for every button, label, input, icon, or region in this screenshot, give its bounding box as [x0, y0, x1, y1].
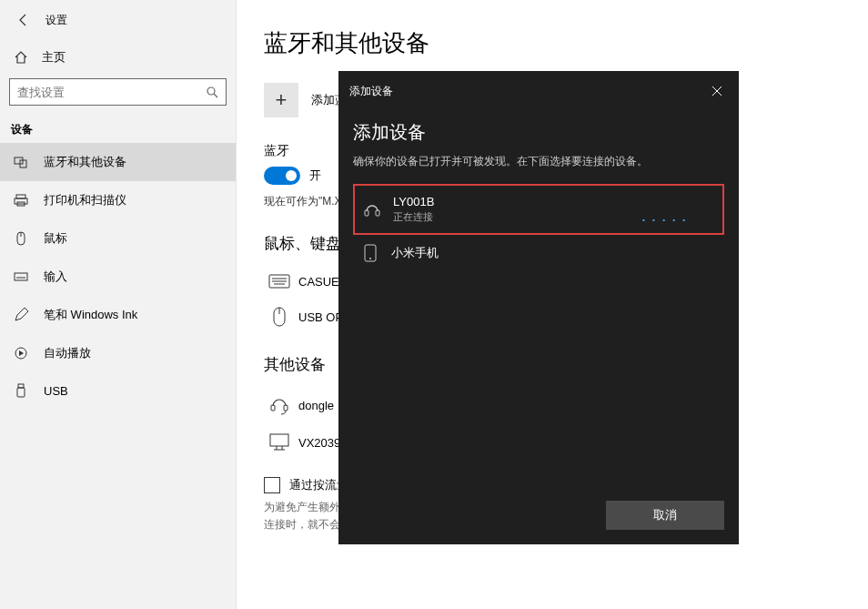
- device-option-xiaomi[interactable]: 小米手机: [353, 235, 724, 271]
- sidebar-item-printers[interactable]: 打印机和扫描仪: [0, 181, 236, 219]
- dialog-title: 添加设备: [353, 120, 724, 145]
- search-input[interactable]: [10, 86, 198, 99]
- keyboard-icon: [264, 274, 295, 289]
- search-button[interactable]: [198, 86, 226, 98]
- svg-point-28: [369, 258, 371, 259]
- nav-label: 自动播放: [44, 345, 91, 361]
- headphones-icon: [362, 201, 382, 218]
- autoplay-icon: [13, 346, 29, 360]
- mouse-icon: [13, 231, 29, 246]
- bluetooth-toggle[interactable]: [264, 167, 300, 185]
- svg-rect-8: [15, 273, 27, 280]
- devices-icon: [13, 155, 29, 169]
- add-device-dialog: 添加设备 添加设备 确保你的设备已打开并可被发现。在下面选择要连接的设备。 LY…: [338, 71, 739, 544]
- search-icon: [206, 86, 218, 98]
- sidebar-item-mouse[interactable]: 鼠标: [0, 219, 236, 258]
- metered-checkbox[interactable]: [264, 477, 280, 493]
- nav-label: 输入: [44, 269, 67, 285]
- device-label: dongle: [298, 399, 334, 412]
- plus-icon: +: [264, 83, 298, 117]
- device-option-status: 正在连接: [393, 210, 642, 224]
- page-title: 蓝牙和其他设备: [264, 27, 841, 59]
- sidebar-item-autoplay[interactable]: 自动播放: [0, 334, 236, 372]
- usb-icon: [13, 383, 29, 398]
- phone-icon: [360, 244, 380, 262]
- sidebar-item-pen[interactable]: 笔和 Windows Ink: [0, 296, 236, 334]
- sidebar-item-usb[interactable]: USB: [0, 372, 236, 409]
- printer-icon: [13, 193, 29, 208]
- nav-label: 蓝牙和其他设备: [44, 154, 126, 170]
- cancel-button[interactable]: 取消: [606, 501, 724, 530]
- toggle-state-label: 开: [309, 167, 321, 184]
- search-box[interactable]: [9, 78, 227, 106]
- sidebar-item-bluetooth[interactable]: 蓝牙和其他设备: [0, 143, 236, 181]
- connecting-indicator: • • • • •: [642, 216, 715, 224]
- pen-icon: [13, 308, 29, 322]
- nav-label: 鼠标: [44, 230, 67, 247]
- svg-rect-12: [17, 388, 25, 397]
- nav-label: USB: [44, 384, 68, 398]
- back-button[interactable]: [7, 4, 40, 36]
- close-icon: [712, 86, 722, 96]
- section-label: 设备: [0, 115, 236, 143]
- svg-rect-4: [15, 198, 27, 204]
- mouse-icon: [264, 307, 295, 327]
- dialog-header-title: 添加设备: [349, 84, 393, 99]
- keyboard-icon: [13, 269, 29, 284]
- device-option-ly001b[interactable]: LY001B 正在连接 • • • • •: [353, 184, 724, 235]
- svg-point-0: [207, 87, 215, 95]
- sidebar-home[interactable]: 主页: [0, 40, 236, 75]
- device-option-name: LY001B: [393, 195, 642, 208]
- svg-rect-21: [270, 434, 288, 446]
- dialog-subtitle: 确保你的设备已打开并可被发现。在下面选择要连接的设备。: [353, 154, 724, 169]
- sidebar-item-typing[interactable]: 输入: [0, 258, 236, 296]
- sidebar-home-label: 主页: [42, 49, 66, 66]
- nav-label: 笔和 Windows Ink: [44, 307, 137, 323]
- app-title: 设置: [45, 13, 67, 28]
- home-icon: [13, 50, 29, 65]
- headset-icon: [264, 395, 295, 415]
- svg-rect-11: [18, 384, 24, 388]
- svg-rect-3: [16, 195, 25, 198]
- dialog-close-button[interactable]: [706, 80, 728, 102]
- device-option-name: 小米手机: [391, 245, 717, 261]
- monitor-icon: [264, 433, 295, 452]
- nav-label: 打印机和扫描仪: [44, 192, 126, 208]
